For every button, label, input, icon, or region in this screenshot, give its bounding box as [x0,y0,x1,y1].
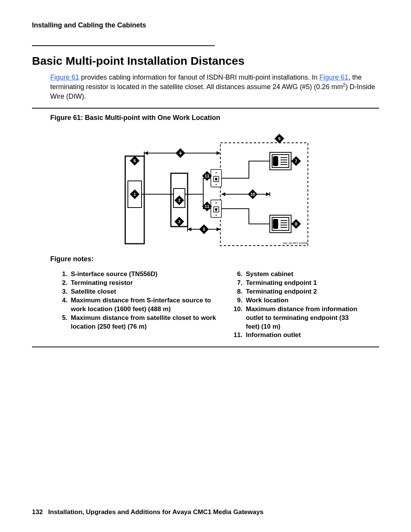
phone-bottom-icon [270,215,291,233]
svg-text:1: 1 [134,192,136,197]
phone-top-icon [270,152,291,170]
svg-text:10: 10 [250,192,255,197]
callout-8: 8 [291,219,301,228]
figure-notes-head: Figure notes: [50,255,379,263]
figure-caption: Figure 61: Basic Multi-point with One Wo… [50,114,379,122]
diagram-svg: 6 1 4 2 3 5 11 11 10 9 7 8 inst_dis RPY … [104,133,317,248]
callout-11b: 11 [202,201,212,211]
outlet-bottom-icon [211,200,221,217]
callout-11a: 11 [202,171,212,181]
note-item: Terminating resistor [69,279,222,288]
page-footer: 132 Installation, Upgrades and Additions… [32,508,263,516]
intro-paragraph: Figure 61 provides cabling information f… [50,73,375,101]
note-item: Satellite closet [69,288,222,296]
callout-10: 10 [248,189,257,199]
long-rule-top [32,108,379,109]
section-title: Basic Multi-point Installation Distances [32,54,379,67]
figure-link[interactable]: Figure 61 [319,73,348,81]
page-number: 132 [32,508,43,516]
svg-text:11: 11 [205,204,209,209]
running-head: Installing and Cabling the Cabinets [32,21,379,29]
note-item: Information outlet [244,331,363,340]
svg-text:2: 2 [178,198,180,203]
note-item: Work location [244,296,363,305]
footer-title: Installation, Upgrades and Additions for… [48,508,264,516]
notes-right-list: System cabinet Terminating endpoint 1 Te… [234,270,363,340]
notes-left-list: S-interface source (TN556D) Terminating … [59,270,222,331]
svg-text:3: 3 [178,219,180,224]
svg-text:6: 6 [134,158,136,163]
figure-credit: inst_dis RPY 012098 [283,242,308,245]
callout-4: 4 [175,148,185,158]
note-item: Maximum distance from satellite closet t… [69,314,222,331]
svg-text:5: 5 [203,227,205,232]
svg-text:9: 9 [278,136,280,141]
svg-text:7: 7 [295,159,297,163]
svg-text:11: 11 [205,174,209,178]
figure-notes: S-interface source (TN556D) Terminating … [59,270,379,340]
note-item: Terminating endpoint 2 [244,288,363,296]
outlet-top-icon [211,169,221,187]
page: Installing and Cabling the Cabinets Basi… [0,0,411,532]
figure-link[interactable]: Figure 61 [50,73,79,81]
callout-9: 9 [274,134,284,143]
figure-61: 6 1 4 2 3 5 11 11 10 9 7 8 inst_dis RPY … [104,133,317,248]
note-item: Maximum distance from information outlet… [244,305,363,331]
note-item: Terminating endpoint 1 [244,279,363,288]
svg-text:8: 8 [295,222,297,226]
note-item: System cabinet [244,270,363,279]
callout-5: 5 [199,224,209,234]
note-item: S-interface source (TN556D) [69,270,222,279]
note-item: Maximum distance from S-interface source… [69,296,222,314]
svg-text:4: 4 [179,151,182,155]
callout-7: 7 [291,156,301,166]
long-rule-bottom [32,347,379,347]
short-rule [32,45,215,46]
text: provides cabling information for fanout … [79,73,319,81]
superscript: 2 [343,82,346,88]
